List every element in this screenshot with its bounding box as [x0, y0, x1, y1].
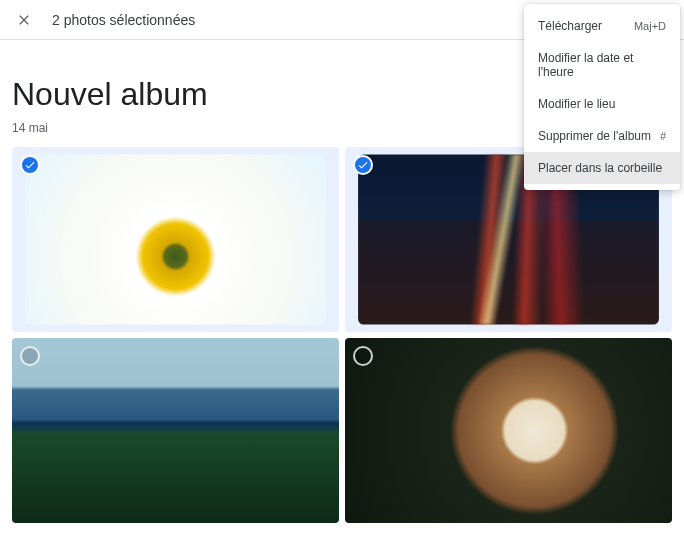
menu-item-edit-date[interactable]: Modifier la date et l'heure [524, 42, 680, 88]
menu-item-remove-from-album[interactable]: Supprimer de l'album # [524, 120, 680, 152]
photo-thumbnail [12, 338, 339, 523]
photo-item[interactable] [12, 338, 339, 523]
menu-item-label: Supprimer de l'album [538, 129, 651, 143]
photo-thumbnail [25, 154, 326, 324]
selection-count-text: 2 photos sélectionnées [52, 12, 195, 28]
menu-item-label: Modifier le lieu [538, 97, 615, 111]
close-icon [16, 12, 32, 28]
menu-item-edit-location[interactable]: Modifier le lieu [524, 88, 680, 120]
check-icon [357, 159, 369, 171]
menu-item-label: Télécharger [538, 19, 602, 33]
menu-item-shortcut: Maj+D [634, 20, 666, 32]
close-selection-button[interactable] [12, 8, 36, 32]
photo-item[interactable] [345, 338, 672, 523]
selection-check-icon[interactable] [20, 155, 40, 175]
menu-item-move-to-trash[interactable]: Placer dans la corbeille [524, 152, 680, 184]
photo-thumbnail [345, 338, 672, 523]
menu-item-shortcut: # [660, 130, 666, 142]
menu-item-download[interactable]: Télécharger Maj+D [524, 10, 680, 42]
context-menu: Télécharger Maj+D Modifier la date et l'… [524, 4, 680, 190]
photo-grid [12, 147, 672, 523]
check-icon [24, 159, 36, 171]
photo-item[interactable] [12, 147, 339, 332]
selection-check-icon[interactable] [20, 346, 40, 366]
menu-item-label: Placer dans la corbeille [538, 161, 662, 175]
menu-item-label: Modifier la date et l'heure [538, 51, 666, 79]
selection-check-icon[interactable] [353, 346, 373, 366]
selection-check-icon[interactable] [353, 155, 373, 175]
